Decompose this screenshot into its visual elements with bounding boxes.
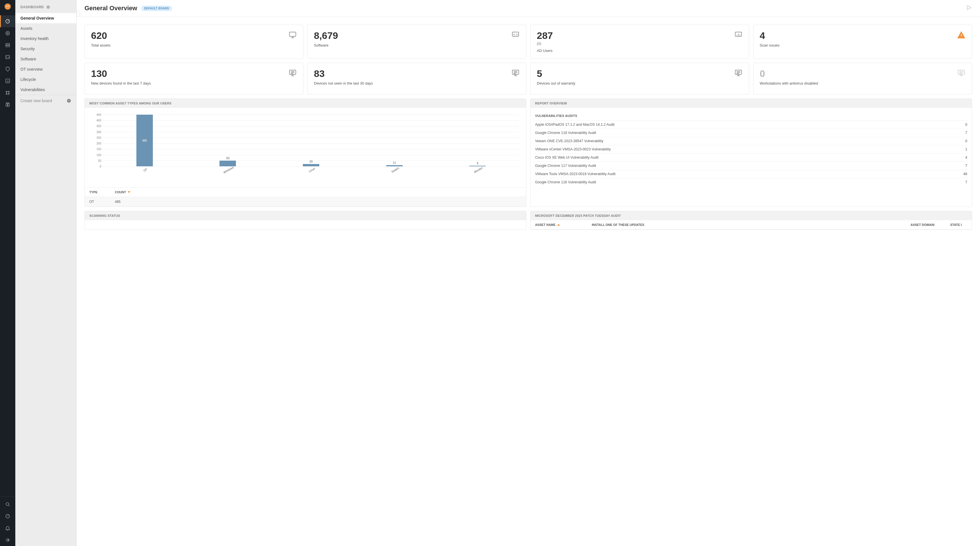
chart-bar-value: 11 [393, 161, 396, 164]
report-name: Cisco IOS XE Web UI Vulnerability Audit [535, 155, 598, 160]
asset-types-chart: 050100150200250300350400450485OT50Window… [85, 108, 526, 187]
svg-point-10 [6, 91, 7, 92]
card-label: Devices out of warranty [537, 81, 575, 85]
svg-rect-22 [290, 32, 296, 36]
asset-table-col-type[interactable]: TYPE [89, 190, 115, 194]
chart-ytick: 0 [89, 165, 101, 168]
panel-patch-audit: MICROSOFT DECEMBER 2023 PATCH TUESDAY AU… [530, 211, 972, 230]
report-row[interactable]: Google Chrome 119 Vulnerability Audit7 [535, 129, 968, 137]
chart-bar-monitor[interactable]: 6Monitor [436, 115, 519, 166]
patch-col-domain[interactable]: ASSET DOMAIN [910, 223, 945, 227]
panel-report-title: REPORT OVERVIEW [531, 99, 972, 108]
play-button[interactable] [966, 5, 972, 12]
stat-card-devices-not-seen-in-the-last-30-days[interactable]: 83Devices not seen in the last 30 days [307, 63, 526, 94]
stat-card-software[interactable]: 8,679Software [307, 25, 526, 59]
stat-card-devices-out-of-warranty[interactable]: 5Devices out of warranty [530, 63, 749, 94]
report-name: VMware Tools VMSA-2023-0019 Vulnerabilit… [535, 172, 615, 176]
card-label: Workstations with antivirus disabled [760, 81, 818, 85]
app-logo[interactable] [4, 3, 11, 10]
chart-bar-value: 50 [226, 156, 229, 160]
nav-analytics-icon[interactable] [0, 75, 15, 87]
code-monitor-icon [511, 30, 520, 40]
chart-bar-value: 6 [477, 162, 478, 165]
nav-server-icon[interactable] [0, 39, 15, 51]
chart-monitor-icon [734, 30, 743, 40]
nav-code-icon[interactable] [0, 51, 15, 63]
chart-xlabel: Switch [391, 167, 399, 173]
chart-bar-switch[interactable]: 11Switch [353, 115, 436, 166]
report-row[interactable]: VMware Tools VMSA-2023-0019 Vulnerabilit… [535, 170, 968, 178]
sidebar-header-label: DASHBOARD [21, 5, 44, 9]
asset-row-type: OT [89, 200, 115, 204]
stat-card-workstations-with-antivirus-disabled[interactable]: 0Workstations with antivirus disabled [753, 63, 972, 94]
stat-card-new-devices-found-in-the-last-7-days[interactable]: 130New devices found in the last 7 days [84, 63, 304, 94]
asset-table-col-count[interactable]: COUNT [115, 190, 130, 194]
chart-ytick: 250 [89, 136, 101, 139]
gauge-icon[interactable] [0, 510, 15, 522]
nav-storage-icon[interactable] [0, 99, 15, 111]
chart-bar-linux[interactable]: 20Linux [269, 115, 353, 166]
nav-dashboard-icon[interactable] [0, 15, 15, 27]
chart-bar-ot[interactable]: 485OT [103, 115, 186, 166]
patch-col-install[interactable]: INSTALL ONE OF THESE UPDATES [592, 223, 905, 227]
bell-icon[interactable] [0, 522, 15, 534]
svg-rect-15 [8, 104, 10, 106]
svg-marker-29 [127, 191, 130, 193]
report-row[interactable]: Veeam ONE CVE-2023-38547 Vulnerability0 [535, 137, 968, 145]
report-name: Google Chrome 119 Vulnerability Audit [535, 131, 596, 135]
nav-integrations-icon[interactable] [0, 87, 15, 99]
card-label: Scan issues [760, 43, 780, 47]
search-icon[interactable] [0, 498, 15, 510]
patch-col-asset-name[interactable]: ASSET NAME [535, 223, 586, 227]
card-value: 5 [537, 69, 575, 78]
report-count: 4 [965, 155, 967, 160]
report-name: Apple iOS/iPadOS 17.1.2 and MacOS 14.1.2… [535, 123, 614, 126]
card-value: 8,679 [314, 30, 338, 40]
stat-card-ad-users[interactable]: 287(0)AD Users [530, 25, 749, 59]
report-row[interactable]: Google Chrome 117 Vulnerability Audit7 [535, 162, 968, 170]
card-label: Total assets [91, 43, 111, 47]
info-icon[interactable] [46, 5, 50, 9]
svg-rect-23 [512, 32, 519, 36]
asset-table-row[interactable]: OT 485 [85, 197, 526, 207]
patch-col-state[interactable]: STATE I [950, 223, 967, 227]
chevron-up-icon [557, 224, 560, 226]
main: ‹ General Overview DEFAULT BOARD 620Tota… [76, 0, 980, 546]
report-row[interactable]: Google Chrome 116 Vulnerability Audit7 [535, 178, 968, 186]
report-name: Google Chrome 117 Vulnerability Audit [535, 164, 596, 168]
card-value: 4 [760, 30, 780, 40]
sidebar-item-assets[interactable]: Assets [15, 23, 76, 34]
sidebar-header: DASHBOARD [15, 0, 76, 13]
chart-bar-value: 485 [142, 139, 147, 142]
nav-shield-icon[interactable] [0, 63, 15, 75]
card-value: 0 [760, 69, 818, 78]
report-name: VMware vCenter VMSA-2023-0023 Vulnerabil… [535, 147, 611, 151]
svg-rect-7 [6, 45, 10, 47]
sidebar-item-vulnerabilities[interactable]: Vulnerabilities [15, 85, 76, 95]
svg-marker-21 [967, 6, 971, 10]
chart-bar-windows[interactable]: 50Windows [186, 115, 270, 166]
nav-scan-icon[interactable] [0, 27, 15, 39]
stat-card-total-assets[interactable]: 620Total assets [84, 25, 304, 59]
chart-ytick: 350 [89, 125, 101, 128]
list-monitor-icon [957, 69, 966, 78]
report-row[interactable]: Apple iOS/iPadOS 17.1.2 and MacOS 14.1.2… [535, 121, 968, 129]
sidebar-item-inventory-health[interactable]: Inventory health [15, 34, 76, 44]
list-monitor-icon [288, 69, 297, 78]
report-row[interactable]: VMware vCenter VMSA-2023-0023 Vulnerabil… [535, 145, 968, 153]
sidebar-item-security[interactable]: Security [15, 44, 76, 54]
sidebar-item-lifecycle[interactable]: Lifecycle [15, 74, 76, 85]
report-count: 0 [965, 139, 967, 143]
chevron-down-icon [127, 191, 130, 193]
create-board-button[interactable]: Create new board [15, 95, 76, 106]
stat-card-scan-issues[interactable]: 4Scan issues [753, 25, 972, 59]
sidebar-item-ot-overview[interactable]: OT overview [15, 64, 76, 74]
create-board-label: Create new board [21, 99, 52, 103]
sidebar-item-software[interactable]: Software [15, 54, 76, 64]
content: 620Total assets8,679Software287(0)AD Use… [76, 17, 980, 546]
svg-marker-30 [557, 224, 560, 226]
chart-ytick: 400 [89, 119, 101, 122]
logout-icon[interactable] [0, 534, 15, 546]
report-row[interactable]: Cisco IOS XE Web UI Vulnerability Audit4 [535, 153, 968, 162]
sidebar-item-general-overview[interactable]: General Overview [15, 13, 76, 23]
